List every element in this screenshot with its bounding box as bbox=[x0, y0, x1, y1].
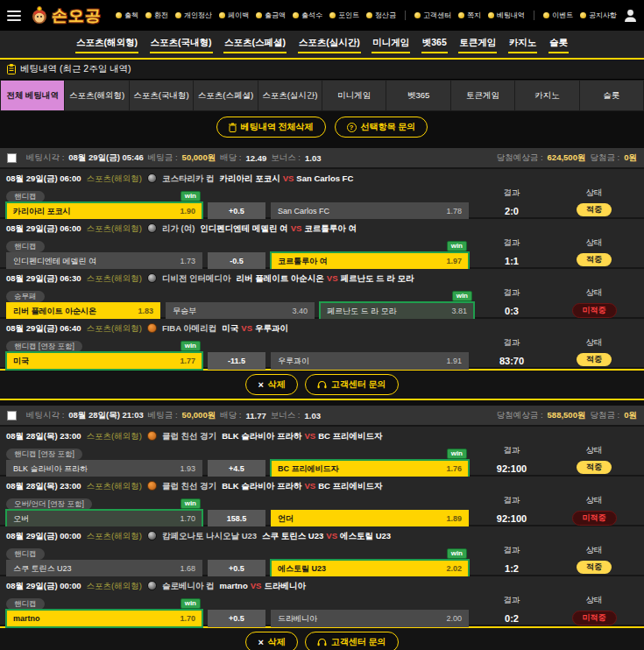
away-team: San Carlos FC bbox=[296, 173, 353, 183]
bet-option-name: martno bbox=[13, 614, 40, 623]
bet-option: BLK 슬라비아 프라하1.93 bbox=[6, 460, 202, 477]
result-header: 결과 bbox=[480, 595, 543, 606]
site-logo[interactable]: 손오공 bbox=[30, 5, 102, 26]
logo-text: 손오공 bbox=[52, 5, 102, 26]
bet-option-name: 오버 bbox=[13, 513, 29, 525]
tab-토큰게임[interactable]: 토큰게임 bbox=[451, 80, 515, 111]
delete-all-button[interactable]: 베팅내역 전체삭제 bbox=[216, 117, 326, 138]
bet-option: 인디펜디엔테 메델린 여1.73 bbox=[6, 252, 202, 270]
menu-item-개인정산[interactable]: 개인정산 bbox=[175, 11, 212, 20]
tab-스포츠(실시간)[interactable]: 스포츠(실시간) bbox=[258, 80, 322, 111]
inquiry-selected-button[interactable]: ? 선택항목 문의 bbox=[335, 117, 428, 138]
win-badge: win bbox=[180, 341, 201, 351]
point-icon bbox=[329, 12, 336, 18]
bet-option-odds: 1.97 bbox=[446, 257, 462, 265]
slip-checkbox[interactable] bbox=[7, 411, 17, 420]
market-chip: 핸디캡 bbox=[6, 191, 45, 202]
delete-button[interactable]: ×삭제 bbox=[245, 632, 297, 650]
nav-item-카지노[interactable]: 카지노 bbox=[508, 35, 538, 53]
nav-item-스포츠(실시간)[interactable]: 스포츠(실시간) bbox=[298, 35, 361, 53]
cs-inquiry-button[interactable]: 고객센터 문의 bbox=[305, 632, 399, 650]
cs-inquiry-button[interactable]: 고객센터 문의 bbox=[305, 374, 399, 395]
match-row: 08월 29일(금) 00:00스포츠(해외형)캄페오나토 나시오날 U23스쿠… bbox=[0, 526, 644, 576]
nav-item-벳365[interactable]: 벳365 bbox=[421, 35, 448, 53]
tab-스포츠(해외형)[interactable]: 스포츠(해외형) bbox=[65, 80, 129, 111]
sport-soccer-icon bbox=[147, 581, 157, 590]
payback-icon bbox=[219, 12, 225, 18]
sport-soccer-icon bbox=[147, 173, 157, 183]
menu-item-공지사항[interactable]: 공지사항 bbox=[580, 11, 617, 20]
bet-option-name: 인디펜디엔테 메델린 여 bbox=[13, 256, 96, 267]
result-value: 2:0 bbox=[480, 206, 543, 216]
tab-전체 베팅내역[interactable]: 전체 베팅내역 bbox=[0, 80, 65, 111]
bet-amount-value: 50,000원 bbox=[182, 152, 216, 164]
vs-label: VS bbox=[251, 581, 262, 590]
win-badge: win bbox=[180, 498, 201, 509]
hamburger-menu-icon[interactable] bbox=[7, 11, 21, 21]
bet-option: 무승부3.40 bbox=[166, 302, 315, 320]
match-header: 08월 29일(금) 06:40스포츠(해외형)FIBA 아메리컵미국VS우루과… bbox=[0, 323, 644, 333]
betting-slip: 베팅시각 :08월 28일(목) 21:03베팅금 :50,000원배당 :11… bbox=[0, 406, 644, 650]
slip-checkbox[interactable] bbox=[7, 153, 17, 163]
menu-item-고객센터[interactable]: 고객센터 bbox=[414, 11, 451, 20]
away-team: 에스토릴 U23 bbox=[340, 531, 391, 540]
menu-item-베팅내역[interactable]: 베팅내역 bbox=[488, 11, 525, 20]
bet-options: 오버1.70win158.5언더1.89 bbox=[6, 510, 644, 527]
top-header-bar: 손오공 출첵환전개인정산페이백출금액출석수포인트정산금고객센터쪽지베팅내역이벤트… bbox=[0, 0, 644, 31]
sport-basketball-icon bbox=[147, 431, 157, 441]
menu-item-출첵[interactable]: 출첵 bbox=[116, 11, 138, 20]
gift-icon bbox=[543, 12, 549, 18]
tab-스포츠(국내형)[interactable]: 스포츠(국내형) bbox=[130, 80, 194, 111]
match-header: 08월 29일(금) 06:30스포츠(해외형)디비전 인터메디아리버 플레이트… bbox=[0, 273, 644, 283]
profile-avatar-icon[interactable] bbox=[624, 9, 637, 23]
result-value: 0:3 bbox=[480, 306, 543, 316]
bet-options: 미국1.77win-11.5우루과이1.91 bbox=[6, 352, 644, 370]
status-header: 상태 bbox=[559, 545, 629, 556]
tab-슬롯[interactable]: 슬롯 bbox=[580, 80, 644, 111]
menu-item-label: 출첵 bbox=[124, 11, 138, 20]
menu-item-label: 정산금 bbox=[375, 11, 396, 20]
market-chip-row: 핸디캡 [연장 포함] bbox=[6, 444, 644, 456]
match-league: FIBA 아메리컵 bbox=[162, 323, 216, 333]
nav-item-토큰게임[interactable]: 토큰게임 bbox=[458, 35, 497, 53]
menu-item-출금액[interactable]: 출금액 bbox=[256, 11, 286, 20]
match-datetime: 08월 29일(금) 06:00 bbox=[6, 223, 81, 233]
menu-item-쪽지[interactable]: 쪽지 bbox=[458, 11, 481, 20]
bet-option-name: BC 프리에비드자 bbox=[278, 463, 339, 475]
bet-option-odds: 1.91 bbox=[446, 357, 462, 365]
bet-option: 리버 플레이트 아순시온1.83 bbox=[6, 302, 160, 320]
sport-soccer-icon bbox=[147, 223, 157, 233]
bet-amount-label: 베팅금 : bbox=[148, 410, 178, 421]
handicap-line: 158.5 bbox=[208, 510, 265, 527]
away-team: 드라베니아 bbox=[264, 581, 306, 590]
slip-footer: ×삭제고객센터 문의 bbox=[0, 369, 644, 400]
menu-item-출석수[interactable]: 출석수 bbox=[293, 11, 322, 20]
tab-벳365[interactable]: 벳365 bbox=[386, 80, 450, 111]
bet-option-name: 페르난도 드 라 모라 bbox=[327, 306, 397, 317]
menu-item-페이백[interactable]: 페이백 bbox=[219, 11, 249, 20]
bet-bonus-value: 1.03 bbox=[304, 411, 321, 420]
menu-item-이벤트[interactable]: 이벤트 bbox=[543, 11, 573, 20]
nav-item-슬롯[interactable]: 슬롯 bbox=[548, 35, 569, 53]
delete-button[interactable]: ×삭제 bbox=[245, 374, 297, 395]
handicap-line: +0.5 bbox=[208, 560, 265, 577]
menu-item-포인트[interactable]: 포인트 bbox=[329, 11, 359, 20]
nav-item-스포츠(국내형)[interactable]: 스포츠(국내형) bbox=[150, 35, 213, 53]
nav-item-스포츠(스페셜)[interactable]: 스포츠(스페셜) bbox=[223, 35, 287, 53]
nav-item-스포츠(해외형)[interactable]: 스포츠(해외형) bbox=[75, 35, 138, 53]
menu-item-label: 베팅내역 bbox=[497, 11, 525, 20]
menu-item-정산금[interactable]: 정산금 bbox=[366, 11, 396, 20]
menu-item-환전[interactable]: 환전 bbox=[145, 11, 168, 20]
match-league: 코스타리카 컵 bbox=[162, 173, 215, 183]
tab-카지노[interactable]: 카지노 bbox=[515, 80, 579, 111]
tab-스포츠(스페셜)[interactable]: 스포츠(스페셜) bbox=[194, 80, 258, 111]
match-category: 스포츠(해외형) bbox=[87, 481, 142, 491]
match-league: 캄페오나토 나시오날 U23 bbox=[162, 531, 257, 540]
tab-미니게임[interactable]: 미니게임 bbox=[322, 80, 386, 111]
vs-label: VS bbox=[291, 223, 302, 233]
nav-item-미니게임[interactable]: 미니게임 bbox=[372, 35, 410, 53]
result-value: 0:2 bbox=[480, 613, 543, 624]
bet-options: 스쿠 토린스 U231.68+0.5에스토릴 U232.02win bbox=[6, 560, 644, 577]
result-header: 결과 bbox=[480, 237, 543, 249]
sport-basketball-icon bbox=[147, 481, 157, 491]
